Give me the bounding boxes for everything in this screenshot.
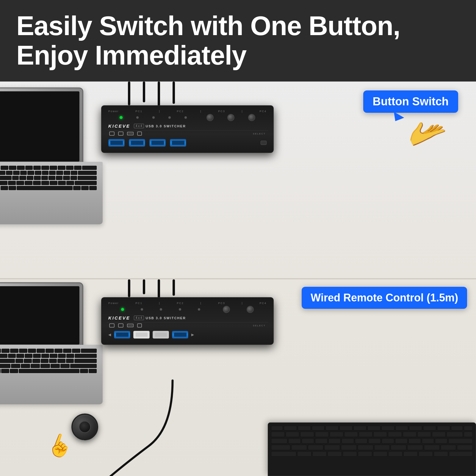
remote-slot-1-inner <box>136 333 148 337</box>
control-icons-b: HDMI <box>109 323 142 328</box>
key-f <box>341 445 357 450</box>
arrow-right-b: ▶ <box>191 333 194 337</box>
cable-2 <box>143 82 145 102</box>
usb-port-b4[interactable] <box>172 331 188 339</box>
fn-backspace <box>451 426 463 430</box>
button-switch-badge: Button Switch <box>363 90 458 113</box>
knob-3[interactable] <box>248 114 255 121</box>
header: Easily Switch with One Button, Enjoy Imm… <box>0 0 476 82</box>
fn-key-12 <box>437 426 450 430</box>
led-power-b <box>121 308 124 311</box>
fn-key-1 <box>284 426 297 430</box>
remote-slot-2-inner <box>155 333 167 337</box>
key-h <box>374 445 390 450</box>
key-bracket-l <box>422 438 434 444</box>
icon-usba-b <box>118 323 123 328</box>
num-row <box>271 432 473 437</box>
device-body-bottom: Power PC1 | PC2 | PC3 | PC4 <box>101 297 274 345</box>
key-n <box>373 451 387 457</box>
usb-port-2[interactable] <box>129 139 145 147</box>
knob-b2[interactable] <box>247 306 254 313</box>
num-key-4 <box>330 432 343 437</box>
remote-slot-2 <box>153 331 169 339</box>
wired-remote-badge: Wired Remote Control (1.5m) <box>302 287 467 309</box>
num-key-eq <box>432 432 446 437</box>
fn-key-6 <box>353 426 367 430</box>
keyboard-keys <box>268 423 476 458</box>
fn-key-4 <box>325 426 339 430</box>
led-1 <box>136 116 139 119</box>
icon-dp-b <box>137 323 142 328</box>
cable-b2 <box>143 279 145 294</box>
key-caps <box>271 445 290 450</box>
usb-port-b1[interactable] <box>114 331 130 339</box>
knob-b1[interactable] <box>223 306 230 313</box>
num-key-5 <box>344 432 358 437</box>
key-j <box>391 445 406 450</box>
usb-port-4[interactable] <box>170 139 186 147</box>
knob-2[interactable] <box>227 114 234 121</box>
title-line1: Easily Switch with One Button, <box>16 11 460 41</box>
usb-port-1[interactable] <box>108 139 125 147</box>
key-y <box>355 438 367 444</box>
num-key-6 <box>359 432 372 437</box>
num-key-bs <box>447 432 463 437</box>
num-key-0 <box>271 432 285 437</box>
num-key-2 <box>300 432 314 437</box>
usb-port-b4-inner <box>174 333 187 337</box>
main-title: Easily Switch with One Button, Enjoy Imm… <box>16 11 460 70</box>
key-z <box>297 451 311 457</box>
device-top-labels: Power PC1 | PC2 | PC3 | PC4 <box>107 109 268 113</box>
cable-b4 <box>173 279 175 296</box>
remote-slot-1 <box>133 331 150 339</box>
key-o <box>395 438 408 444</box>
keys-container-bottom <box>0 345 103 373</box>
bottom-laptop-area <box>0 279 98 417</box>
key-v <box>343 451 357 457</box>
num-key-3 <box>315 432 329 437</box>
fn-insert <box>464 426 473 430</box>
num-key-1 <box>286 432 299 437</box>
switcher-top: Power PC1 | PC2 | PC3 | PC4 <box>101 105 274 153</box>
section-bottom: Power PC1 | PC2 | PC3 | PC4 <box>0 279 476 476</box>
laptop-lid-top <box>0 87 83 165</box>
laptop-base-top <box>0 162 103 224</box>
icon-usba <box>118 131 123 136</box>
size-label-bottom: 4 x 4 <box>134 316 144 320</box>
remote-pedal[interactable] <box>71 414 98 440</box>
brand-row: KICEVE 4 x 4 USB 3.0 SWITCHER <box>107 122 268 130</box>
num-key-del <box>464 432 473 437</box>
led-b1 <box>141 308 143 311</box>
key-semi <box>441 445 456 450</box>
qwerty-row <box>271 438 473 444</box>
led-2 <box>152 116 155 119</box>
size-label-top: 4 x 4 <box>134 124 144 128</box>
device-top-labels-b: Power PC1 | PC2 | PC3 | PC4 <box>107 301 268 305</box>
fn-key-7 <box>367 426 381 430</box>
knob-1[interactable] <box>206 114 214 121</box>
icon-hdmi-b: HDMI <box>127 324 134 327</box>
control-row-b: HDMI SELECT <box>107 322 268 328</box>
usb-port-1-inner <box>110 141 123 145</box>
key-lshift <box>271 451 296 457</box>
led-b3 <box>179 308 181 311</box>
key-i <box>382 438 394 444</box>
key-r <box>328 438 341 444</box>
led-power <box>120 116 123 119</box>
usb-c-port[interactable] <box>261 141 267 145</box>
fn-key-esc <box>271 426 283 430</box>
select-label: SELECT <box>253 132 266 135</box>
led-b4 <box>198 308 200 311</box>
key-q <box>288 438 301 444</box>
led-3 <box>168 116 171 119</box>
laptop-lid-bottom <box>0 282 83 348</box>
key-enter <box>448 438 473 444</box>
brand-logo-top: KICEVE <box>108 123 130 129</box>
fn-key-3 <box>312 426 325 430</box>
usb-port-3[interactable] <box>149 139 166 147</box>
section-top: Power PC1 | PC2 | PC3 | PC4 <box>0 82 476 278</box>
key-x <box>312 451 327 457</box>
control-row: HDMI SELECT <box>107 130 268 137</box>
keys-container <box>0 162 103 190</box>
key-m <box>388 451 403 457</box>
